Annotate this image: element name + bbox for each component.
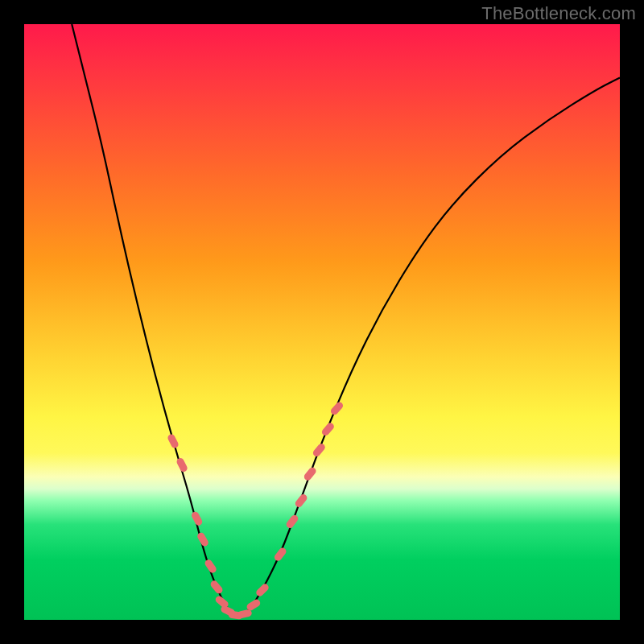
marker-point (190, 510, 203, 526)
marker-layer (24, 24, 620, 620)
marker-point (254, 582, 270, 597)
marker-point (320, 421, 336, 436)
plot-area (24, 24, 620, 620)
marker-point (209, 580, 224, 596)
marker-point (175, 457, 188, 473)
watermark-text: TheBottleneck.com (481, 3, 636, 24)
marker-point (294, 493, 308, 509)
marker-point (329, 401, 345, 416)
marker-point (204, 558, 218, 574)
marker-group (167, 401, 345, 620)
marker-point (303, 466, 317, 482)
marker-point (167, 433, 180, 449)
marker-point (312, 442, 326, 458)
marker-point (273, 547, 287, 563)
marker-point (285, 514, 299, 530)
marker-point (196, 531, 210, 547)
chart-frame: TheBottleneck.com (0, 0, 644, 644)
